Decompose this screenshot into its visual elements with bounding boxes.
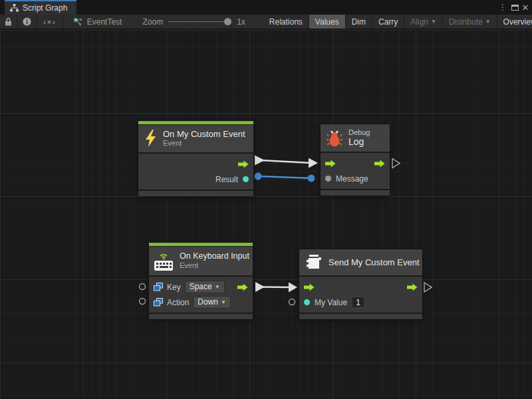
node-header[interactable]: On My Custom Event Event	[138, 125, 253, 152]
node-debug-log[interactable]: Debug Log Message	[321, 124, 390, 196]
inline-value-icon	[154, 283, 163, 291]
action-dropdown-value: Down	[198, 297, 218, 307]
port-label-result: Result	[215, 175, 238, 184]
node-send-my-custom-event[interactable]: Send My Custom Event My Value	[299, 249, 422, 319]
node-subtitle: Event	[180, 261, 249, 270]
dim-toggle[interactable]: Dim	[346, 15, 372, 29]
node-footer	[321, 190, 390, 196]
graph-name: EventTest	[87, 17, 122, 27]
distribute-label: Distribute	[449, 17, 483, 27]
chevron-down-icon	[221, 299, 226, 305]
lightning-bolt-icon	[144, 130, 157, 147]
graph-hierarchy-icon	[10, 4, 19, 12]
data-output-port-result[interactable]	[243, 176, 249, 182]
align-label: Align	[410, 17, 428, 27]
inline-value-icon	[154, 298, 163, 307]
flow-input-port[interactable]	[325, 160, 336, 168]
node-body: Result	[138, 154, 253, 190]
port-label-key: Key	[167, 283, 181, 292]
node-header[interactable]: Debug Log	[321, 124, 390, 152]
zoom-slider-thumb[interactable]	[224, 18, 231, 25]
close-icon[interactable]	[520, 0, 531, 15]
node-title: Log	[348, 137, 370, 147]
unit-machine-icon	[305, 253, 323, 271]
distribute-dropdown[interactable]: Distribute	[443, 15, 497, 29]
info-icon	[23, 17, 31, 26]
flow-output-port[interactable]	[374, 160, 385, 168]
node-body: Message	[321, 153, 390, 189]
key-dropdown-value: Space	[190, 282, 212, 291]
inspect-button[interactable]	[17, 15, 37, 29]
relations-toggle[interactable]: Relations	[263, 15, 309, 29]
event-accent-bar	[149, 243, 253, 246]
window-menu-icon[interactable]	[497, 0, 508, 15]
node-body: Key Space Action	[149, 277, 253, 313]
lock-icon	[5, 18, 12, 26]
node-header[interactable]: On Keyboard Input Event	[149, 247, 253, 275]
toolbar-spacer	[251, 15, 263, 29]
maximize-icon[interactable]	[509, 0, 520, 15]
flow-output-port[interactable]	[238, 160, 249, 168]
lock-button[interactable]	[0, 15, 17, 29]
myvalue-input[interactable]	[352, 297, 364, 308]
carry-label: Carry	[378, 17, 398, 27]
flow-input-port[interactable]	[304, 283, 315, 291]
script-graph-window: Script Graph	[0, 0, 532, 399]
flow-output-port[interactable]	[237, 283, 248, 291]
overview-label: Overview	[503, 17, 532, 27]
graph-asset-icon	[74, 18, 82, 26]
node-footer	[149, 314, 253, 319]
port-label-action: Action	[167, 298, 189, 307]
title-bar: Script Graph	[0, 0, 532, 15]
zoom-slider[interactable]	[168, 21, 231, 22]
values-toggle[interactable]: Values	[309, 15, 346, 29]
zoom-control: Zoom 1x	[128, 15, 251, 29]
node-footer	[138, 191, 253, 196]
dim-label: Dim	[352, 17, 366, 27]
node-on-keyboard-input[interactable]: On Keyboard Input Event Key Space	[149, 243, 253, 319]
graph-canvas[interactable]	[0, 30, 532, 399]
code-preview-button[interactable]	[37, 15, 63, 29]
node-on-my-custom-event[interactable]: On My Custom Event Event Result	[138, 121, 253, 196]
action-dropdown[interactable]: Down	[193, 296, 231, 309]
bug-icon	[327, 128, 342, 147]
tab-title: Script Graph	[23, 3, 67, 13]
port-label-message: Message	[336, 174, 368, 184]
port-label-myvalue: My Value	[315, 298, 347, 307]
chevron-down-icon	[215, 284, 220, 290]
node-title: Send My Custom Event	[329, 257, 420, 267]
zoom-value: 1x	[237, 17, 245, 27]
breadcrumb-graph[interactable]: EventTest	[63, 15, 128, 29]
graph-toolbar: EventTest Zoom 1x Relations Values Dim C…	[0, 15, 532, 29]
relations-label: Relations	[269, 17, 303, 27]
keyboard-icon	[154, 250, 174, 271]
chevron-down-icon	[485, 19, 491, 25]
code-icon	[43, 18, 57, 26]
event-accent-bar	[138, 121, 253, 124]
flow-output-port[interactable]	[407, 283, 418, 291]
carry-toggle[interactable]: Carry	[372, 15, 404, 29]
values-label: Values	[315, 17, 339, 27]
align-dropdown[interactable]: Align	[404, 15, 443, 29]
chevron-down-icon	[431, 19, 436, 25]
tab-script-graph[interactable]: Script Graph	[5, 0, 76, 15]
overview-button[interactable]: Overview	[497, 15, 532, 29]
node-subtitle: Event	[163, 139, 245, 148]
data-input-port-message[interactable]	[325, 176, 331, 182]
node-header[interactable]: Send My Custom Event	[299, 249, 422, 275]
key-dropdown[interactable]: Space	[185, 281, 225, 293]
data-input-port-myvalue[interactable]	[304, 299, 310, 305]
node-body: My Value	[299, 277, 422, 313]
node-title: On Keyboard Input	[180, 251, 249, 261]
node-title: On My Custom Event	[163, 129, 245, 139]
node-footer	[299, 314, 422, 319]
zoom-label: Zoom	[142, 17, 163, 27]
